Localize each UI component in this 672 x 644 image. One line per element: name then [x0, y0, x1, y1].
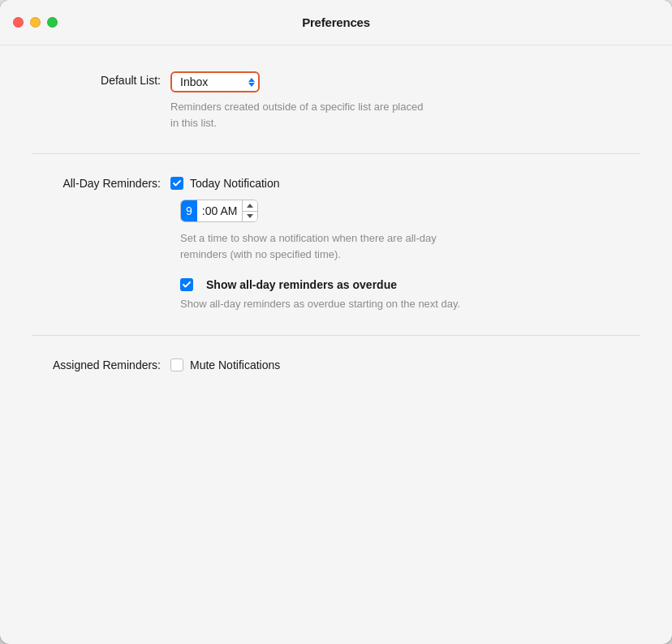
- show-overdue-label: Show all-day reminders as overdue: [206, 278, 397, 291]
- time-decrement-button[interactable]: [243, 212, 257, 222]
- decrement-arrow-icon: [247, 214, 253, 218]
- time-hour: 9: [181, 200, 197, 221]
- mute-notifications-checkbox-wrapper[interactable]: [170, 358, 183, 371]
- today-notification-label: Today Notification: [190, 177, 280, 190]
- default-list-control: Inbox Reminders Personal Work: [170, 71, 640, 92]
- assigned-reminders-label: Assigned Reminders:: [32, 358, 170, 371]
- mute-notifications-checkbox[interactable]: [170, 358, 183, 371]
- show-overdue-checkbox-wrapper[interactable]: [180, 278, 193, 291]
- time-rest: :00 AM: [197, 200, 243, 221]
- maximize-button[interactable]: [47, 17, 58, 28]
- show-overdue-helper: Show all-day reminders as overdue starti…: [180, 296, 640, 312]
- default-list-helper: Reminders created outside of a specific …: [170, 99, 430, 131]
- time-helper-text: Set a time to show a notification when t…: [180, 230, 440, 262]
- show-overdue-row: Show all-day reminders as overdue: [180, 278, 640, 291]
- default-list-select[interactable]: Inbox Reminders Personal Work: [170, 71, 260, 92]
- increment-arrow-icon: [247, 204, 253, 208]
- preferences-content: Default List: Inbox Reminders Personal W…: [0, 45, 672, 644]
- preferences-window: Preferences Default List: Inbox Reminder…: [0, 0, 672, 644]
- minimize-button[interactable]: [30, 17, 41, 28]
- today-notification-checkbox-wrapper[interactable]: [170, 177, 183, 190]
- title-bar: Preferences: [0, 0, 672, 45]
- all-day-reminders-label: All-Day Reminders:: [32, 177, 170, 190]
- default-list-row: Default List: Inbox Reminders Personal W…: [32, 71, 640, 131]
- today-notification-checkbox[interactable]: [170, 177, 183, 190]
- time-increment-button[interactable]: [243, 200, 257, 212]
- all-day-reminders-section: All-Day Reminders: Today Notification 9 …: [32, 177, 640, 336]
- window-title: Preferences: [302, 15, 370, 29]
- today-notification-row: All-Day Reminders: Today Notification: [32, 177, 640, 190]
- default-list-select-wrapper: Inbox Reminders Personal Work: [170, 71, 260, 92]
- default-list-label: Default List:: [32, 71, 170, 87]
- time-stepper[interactable]: [242, 200, 257, 221]
- overdue-checkmark-icon: [183, 281, 191, 288]
- checkmark-icon: [173, 180, 181, 187]
- close-button[interactable]: [13, 17, 24, 28]
- traffic-lights: [13, 17, 58, 28]
- default-list-section: Default List: Inbox Reminders Personal W…: [32, 71, 640, 154]
- time-row: 9 :00 AM: [180, 200, 640, 222]
- assigned-reminders-row: Assigned Reminders: Mute Notifications: [32, 358, 640, 371]
- default-list-content: Inbox Reminders Personal Work Reminders: [170, 71, 640, 131]
- show-overdue-checkbox[interactable]: [180, 278, 193, 291]
- time-control[interactable]: 9 :00 AM: [180, 200, 258, 222]
- assigned-reminders-section: Assigned Reminders: Mute Notifications: [32, 358, 640, 371]
- mute-notifications-label: Mute Notifications: [190, 358, 280, 371]
